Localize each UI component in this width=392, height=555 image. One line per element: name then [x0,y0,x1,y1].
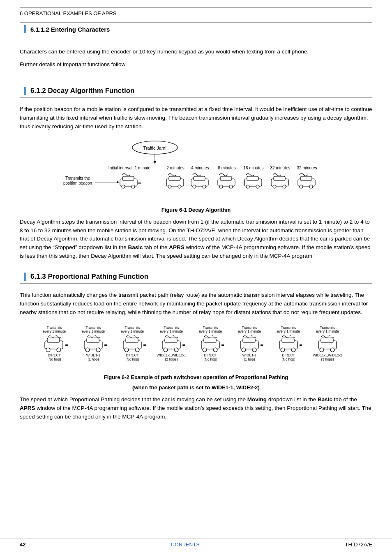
section-6112-body1: Characters can be entered using the enco… [20,48,372,56]
svg-point-70 [164,348,168,352]
svg-point-92 [291,348,295,352]
svg-text:every 1 minute: every 1 minute [43,329,66,333]
section-612-title: 6.1.2 Decay Algorithm Function [20,84,372,97]
svg-text:=: = [299,342,302,348]
contents-link[interactable]: CONTENTS [171,542,200,548]
section-6112-body2: Further details of important functions f… [20,60,372,69]
svg-marker-3 [154,161,156,164]
svg-point-39 [273,185,276,188]
svg-point-23 [168,185,171,188]
svg-text:32 minutes: 32 minutes [270,166,291,170]
svg-point-85 [252,348,256,352]
svg-rect-48 [47,338,60,342]
svg-point-91 [281,348,285,352]
section-6112-content: Characters can be entered using the enco… [20,44,372,75]
svg-text:=: = [65,342,68,348]
svg-text:(3 hops): (3 hops) [321,357,334,361]
svg-rect-38 [274,176,285,180]
svg-rect-62 [126,338,138,342]
prop-diagram-svg: Transmits every 1 minute = Transmits eve… [36,324,356,372]
svg-text:(No hop): (No hop) [203,357,217,361]
svg-text:every 1 minute: every 1 minute [316,329,339,333]
svg-point-31 [219,185,223,188]
svg-rect-83 [243,338,255,342]
svg-text:Traffic Jam!: Traffic Jam! [143,146,167,150]
svg-point-17 [122,185,125,188]
svg-marker-14 [117,181,119,183]
svg-rect-76 [204,338,216,342]
svg-point-84 [242,348,246,352]
svg-text:32 minutes: 32 minutes [297,166,317,170]
svg-text:position beacon: position beacon [63,181,92,185]
prop-pathing-figure: Transmits every 1 minute = Transmits eve… [20,324,372,392]
svg-rect-34 [247,176,258,180]
svg-point-24 [178,185,181,188]
svg-text:WIDE1-1,WIDE2-2: WIDE1-1,WIDE2-2 [313,353,342,357]
svg-text:every 1 minute: every 1 minute [121,329,144,333]
decay-figure-caption: Figure 6-1 Decay Algorithm [161,207,231,213]
page-number: 42 [20,541,25,548]
svg-text:every 1 minute: every 1 minute [160,329,183,333]
section-612-content: If the position beacon for a mobile stat… [20,105,372,261]
svg-point-32 [229,185,233,188]
section-613-body2: The speed at which Proportional Pathing … [20,395,372,421]
svg-point-99 [330,348,334,352]
svg-text:=: = [221,342,224,348]
svg-rect-16 [122,176,134,180]
svg-text:4 minutes: 4 minutes [191,166,209,170]
section-6112-title: 6.1.1.2 Entering Characters [20,23,372,36]
svg-rect-30 [220,176,232,180]
svg-text:2 minutes: 2 minutes [166,166,184,170]
svg-point-43 [300,185,303,188]
svg-text:=: = [143,342,146,348]
svg-rect-55 [87,338,99,342]
section-612: 6.1.2 Decay Algorithm Function [20,84,372,98]
svg-point-28 [203,185,206,188]
svg-rect-42 [300,176,312,180]
svg-text:WIDE1-1: WIDE1-1 [86,353,101,357]
svg-rect-22 [169,176,180,180]
svg-point-18 [131,185,135,188]
section-612-body1: If the position beacon for a mobile stat… [20,105,372,131]
svg-point-44 [309,185,313,188]
svg-text:=: = [260,342,263,348]
section-613-content: This function automatically changes the … [20,291,372,421]
section-612-accent [24,87,26,95]
svg-text:(1 hop): (1 hop) [244,357,255,361]
svg-text:=: = [182,342,185,348]
svg-point-57 [96,348,100,352]
svg-text:(No hop): (No hop) [125,357,139,361]
svg-text:DIRECT: DIRECT [126,353,139,357]
model-label: TH-D72A/E [345,541,372,548]
svg-point-50 [57,348,61,352]
svg-point-64 [135,348,139,352]
section-613-accent [24,273,26,281]
svg-text:(2 hops): (2 hops) [165,357,178,361]
decay-algorithm-figure: Traffic Jam! Initial interval: 1 minute … [20,139,372,215]
svg-text:(No hop): (No hop) [47,357,61,361]
prop-figure-caption1: Figure 6-2 Example of path switchover op… [104,374,288,380]
svg-point-78 [213,348,217,352]
svg-point-36 [256,185,259,188]
svg-text:DIRECT: DIRECT [204,353,217,357]
svg-point-77 [203,348,207,352]
svg-text:8 minutes: 8 minutes [218,166,235,170]
svg-text:16 minutes: 16 minutes [244,166,264,170]
svg-point-35 [246,185,249,188]
svg-text:every 1 minute: every 1 minute [238,329,261,333]
svg-rect-26 [194,176,205,180]
svg-point-56 [85,348,90,352]
svg-text:every 1 minute: every 1 minute [82,329,105,333]
svg-text:(1 hop): (1 hop) [88,357,99,361]
section-613-title: 6.1.3 Proportional Pathing Function [20,270,372,283]
svg-text:DIRECT: DIRECT [48,353,61,357]
svg-rect-97 [321,338,333,342]
svg-text:Initial interval: 1 minute: Initial interval: 1 minute [108,166,151,170]
svg-text:WIDE1-1: WIDE1-1 [242,353,257,357]
section-613-body1: This function automatically changes the … [20,291,372,317]
chapter-header: 6 OPERATIONAL EXAMPLES OF APRS [20,10,372,16]
svg-point-27 [193,185,196,188]
prop-figure-caption2: (when the packet path is set to WIDE1-1,… [132,384,260,391]
section-612-body2: Decay Algorithm steps the transmission i… [20,218,372,261]
svg-text:Transmits the: Transmits the [65,176,90,180]
